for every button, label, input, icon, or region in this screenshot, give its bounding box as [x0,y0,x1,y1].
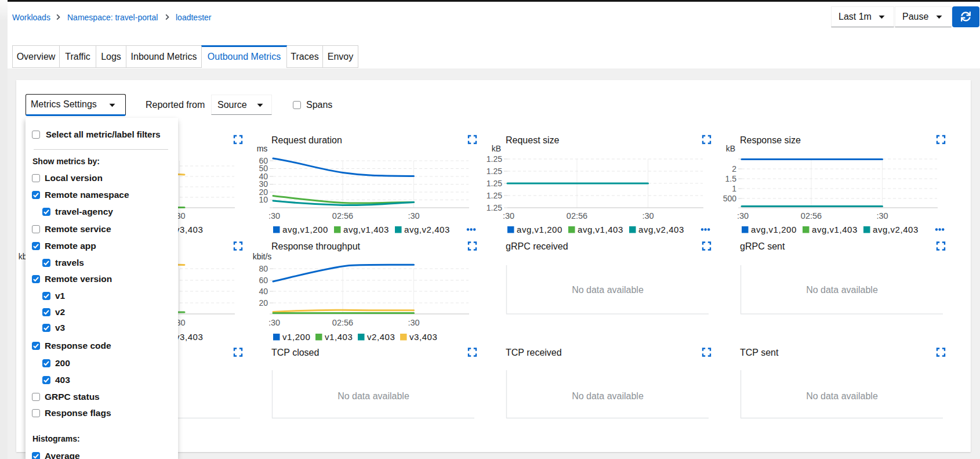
svg-text:1.25: 1.25 [487,191,502,200]
svg-text:avg,v1,200: avg,v1,200 [751,225,797,234]
svg-text:v3,403: v3,403 [175,225,203,234]
svg-text::30: :30 [408,211,419,221]
svg-text:TCP received: TCP received [506,348,562,357]
svg-text:kbit/s: kbit/s [253,252,272,261]
svg-text:avg,v1,403: avg,v1,403 [343,225,389,234]
svg-text:60: 60 [259,276,268,285]
svg-text:02:56: 02:56 [332,318,353,327]
svg-text::30: :30 [408,318,419,327]
svg-text:1.25: 1.25 [487,179,502,188]
svg-text:v1,200: v1,200 [282,332,310,342]
svg-text:gRPC sent: gRPC sent [740,241,785,251]
svg-text:ms: ms [257,144,268,153]
svg-text:Request size: Request size [506,135,560,145]
svg-text:TCP closed: TCP closed [271,348,319,357]
svg-text:500: 500 [723,194,737,203]
svg-text:1.25: 1.25 [487,167,502,176]
svg-text:1.25: 1.25 [487,203,502,212]
svg-text:avg,v2,403: avg,v2,403 [873,225,919,234]
svg-text:Request duration: Request duration [271,135,342,145]
svg-text:v3,403: v3,403 [175,332,203,342]
svg-text::30: :30 [268,211,280,221]
svg-text:No data available: No data available [806,391,878,401]
svg-text::30: :30 [503,211,514,221]
svg-text:v3,403: v3,403 [409,332,437,342]
svg-text:TCP sent: TCP sent [740,348,779,357]
svg-text:No data available: No data available [806,285,878,295]
svg-text:2: 2 [732,164,736,174]
svg-text::30: :30 [642,211,654,221]
svg-text::30: :30 [737,211,749,221]
svg-text:avg,v2,403: avg,v2,403 [404,225,450,234]
svg-text::30: :30 [268,318,280,327]
svg-text:kB: kB [726,144,735,153]
svg-text:20: 20 [259,298,268,308]
svg-text::30: :30 [876,211,888,221]
svg-text:40: 40 [259,287,268,296]
svg-text:02:56: 02:56 [801,211,822,221]
svg-text:Response throughput: Response throughput [271,241,361,251]
svg-text:Response size: Response size [740,135,801,145]
svg-text:No data available: No data available [337,391,409,401]
svg-text:avg,v1,200: avg,v1,200 [282,225,328,234]
svg-text:No data available: No data available [572,285,644,295]
svg-text:kB: kB [492,144,501,153]
svg-text:avg,v1,200: avg,v1,200 [517,225,562,234]
svg-text:No data available: No data available [572,391,644,401]
svg-text:v2,403: v2,403 [367,332,395,342]
svg-text:gRPC received: gRPC received [506,241,568,251]
svg-text:v1,403: v1,403 [325,332,353,342]
svg-text:avg,v1,403: avg,v1,403 [578,225,623,234]
svg-text:02:56: 02:56 [567,211,587,221]
svg-text:80: 80 [259,264,268,273]
svg-text:avg,v1,403: avg,v1,403 [812,225,858,234]
svg-text:avg,v2,403: avg,v2,403 [638,225,684,234]
svg-text:1.5: 1.5 [725,174,737,183]
svg-text:1: 1 [732,184,736,193]
svg-text:1.25: 1.25 [487,154,502,164]
svg-text:10: 10 [259,195,268,204]
svg-text:02:56: 02:56 [332,211,353,221]
